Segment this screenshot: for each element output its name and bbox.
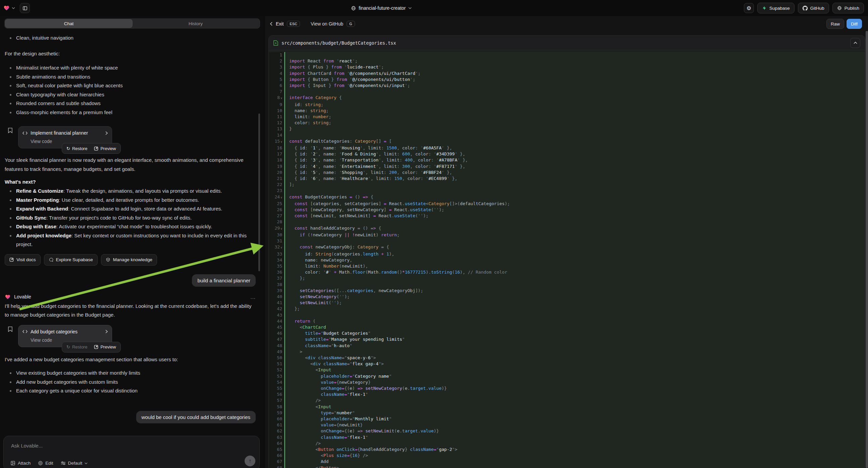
- code-line-content: const [newCategory, setNewCategory] = Re…: [284, 207, 865, 213]
- code-line: 59 type="number": [269, 410, 865, 416]
- code-line-content: setNewCategory('');: [284, 294, 865, 300]
- line-number: 51: [269, 361, 284, 367]
- code-line-content: <ChartCard: [284, 324, 865, 330]
- code-line: 50 <div className="space-y-6">: [269, 355, 865, 361]
- publish-button[interactable]: Publish: [832, 3, 864, 13]
- image-icon: [10, 461, 16, 466]
- code-line-content: title="Budget Categories": [284, 330, 865, 337]
- bookmark-icon[interactable]: [8, 127, 13, 133]
- back-chevron-icon[interactable]: [270, 22, 273, 26]
- aesthetic-bullet-list: Minimalist interface with plenty of whit…: [5, 63, 256, 117]
- code-line: 62 onChange={(e) => setNewLimit(e.target…: [269, 428, 865, 434]
- chevron-right-icon: [105, 330, 108, 333]
- chevron-up-icon: [854, 41, 857, 44]
- fold-chevron-icon[interactable]: ∨: [280, 196, 282, 199]
- code-line-content: <Plus size={16} />: [284, 452, 865, 459]
- restore-icon: ↻: [66, 345, 70, 350]
- restore-preview-pill: ↻ Restore Preview: [62, 342, 121, 352]
- code-line: 68 </Button>: [269, 465, 865, 468]
- code-line-content: >: [284, 349, 865, 355]
- line-number: 9: [269, 102, 284, 108]
- code-line: 24∨const BudgetCategories = () => {: [269, 194, 865, 201]
- list-item: Debug with Ease: Activate our experiment…: [5, 222, 256, 231]
- supabase-button[interactable]: Supabase: [757, 3, 795, 13]
- github-button[interactable]: GitHub: [798, 3, 829, 13]
- bookmark-icon[interactable]: [8, 326, 13, 332]
- code-line: 21 { id: '6', name: 'Healthcare', limit:…: [269, 176, 865, 182]
- code-line-content: limit: Number(newLimit),: [284, 263, 865, 269]
- visit-docs-button[interactable]: Visit docs: [5, 254, 40, 266]
- code-line: 65 <Button onClick={handleAddCategory} c…: [269, 446, 865, 452]
- attach-button[interactable]: Attach: [10, 461, 31, 466]
- chat-input[interactable]: [11, 443, 212, 448]
- code-line: 18 { id: '3', name: 'Transportation', li…: [269, 157, 865, 163]
- model-selector[interactable]: Default: [61, 461, 88, 466]
- tab-chat[interactable]: Chat: [5, 20, 132, 28]
- code-line: 67 Add: [269, 459, 865, 465]
- line-number: 8∨: [269, 95, 284, 101]
- aesthetic-heading: For the design aesthetic:: [5, 49, 256, 58]
- line-number: 25: [269, 201, 284, 207]
- send-button[interactable]: ↑: [245, 456, 255, 466]
- line-number: 59: [269, 410, 284, 416]
- line-number: 60: [269, 416, 284, 422]
- package-box-icon: [106, 258, 111, 262]
- line-number: 48: [269, 343, 284, 349]
- raw-toggle-button[interactable]: Raw: [827, 19, 844, 29]
- code-line-content: [284, 132, 865, 138]
- line-number: 34: [269, 257, 284, 263]
- code-line-content: [284, 188, 865, 194]
- code-line-content: import { Plus } from 'lucide-react';: [284, 64, 865, 70]
- preview-button[interactable]: Preview: [91, 146, 119, 151]
- settings-button[interactable]: ⚙: [744, 3, 754, 13]
- toggle-sidebar-button[interactable]: [20, 3, 30, 13]
- list-item: View existing budget categories with the…: [5, 369, 256, 378]
- code-line-content: { id: '1', name: 'Housing', limit: 1500,…: [284, 145, 865, 151]
- fold-chevron-icon[interactable]: ∨: [280, 246, 282, 249]
- fold-chevron-icon[interactable]: ∨: [280, 97, 282, 100]
- code-editor[interactable]: 12import React from 'react';3import { Pl…: [269, 51, 865, 468]
- logo-caret-icon[interactable]: [12, 7, 15, 9]
- code-line: 38: [269, 282, 865, 288]
- line-number: 21: [269, 176, 284, 182]
- code-line-content: const handleAddCategory = () => {: [284, 225, 865, 232]
- code-line: 5import { Button } from '@/components/ui…: [269, 77, 865, 83]
- line-number: 50: [269, 355, 284, 361]
- code-line-content: };: [284, 275, 865, 281]
- fold-chevron-icon[interactable]: ∨: [280, 140, 282, 143]
- edit-button[interactable]: Edit: [38, 461, 53, 466]
- chat-scroll-area[interactable]: Clean, intuitive navigation For the desi…: [0, 30, 265, 468]
- exit-button[interactable]: Exit: [276, 21, 283, 27]
- message-menu-button[interactable]: ...: [250, 294, 256, 300]
- code-panel: Exit ESC View on GitHub G Raw Diff src/c…: [265, 16, 868, 468]
- line-number: 17: [269, 151, 284, 157]
- line-number: 65: [269, 446, 284, 452]
- code-line-content: placeholder="Category name": [284, 373, 865, 379]
- code-line-content: type="number": [284, 410, 865, 416]
- line-number: 42: [269, 306, 284, 312]
- preview-button[interactable]: Preview: [91, 345, 119, 350]
- project-switcher[interactable]: financial-future-creator: [351, 0, 412, 16]
- window-scrollbar[interactable]: [866, 31, 868, 468]
- tab-history[interactable]: History: [132, 20, 259, 28]
- code-line-content: <div className="flex gap-4">: [284, 361, 865, 367]
- user-message-row: build a financial planner: [5, 274, 256, 287]
- code-line: 37 };: [269, 275, 865, 281]
- fold-chevron-icon[interactable]: ∨: [280, 227, 282, 230]
- diff-toggle-button[interactable]: Diff: [846, 19, 862, 29]
- chat-scrollbar[interactable]: [258, 114, 260, 271]
- view-on-github-button[interactable]: View on GitHub: [311, 21, 343, 27]
- explore-supabase-button[interactable]: Explore Supabase: [44, 254, 98, 266]
- user-message-bubble: would be cool if you could add budget ca…: [136, 411, 256, 423]
- code-line-content: className="flex-1": [284, 434, 865, 440]
- lovable-logo-icon[interactable]: [3, 5, 10, 11]
- code-line-content: const newCategoryObj: Category = {: [284, 244, 865, 251]
- line-number: 45: [269, 324, 284, 330]
- code-line-content: color: '#' + Math.floor(Math.random()*16…: [284, 269, 865, 275]
- restore-button[interactable]: ↻ Restore: [63, 345, 90, 350]
- line-number: 28: [269, 219, 284, 225]
- collapse-file-button[interactable]: [850, 38, 860, 48]
- code-line: 48 className="h-auto": [269, 343, 865, 349]
- restore-button[interactable]: ↻ Restore: [63, 146, 90, 151]
- manage-knowledge-button[interactable]: Manage knowledge: [101, 254, 157, 266]
